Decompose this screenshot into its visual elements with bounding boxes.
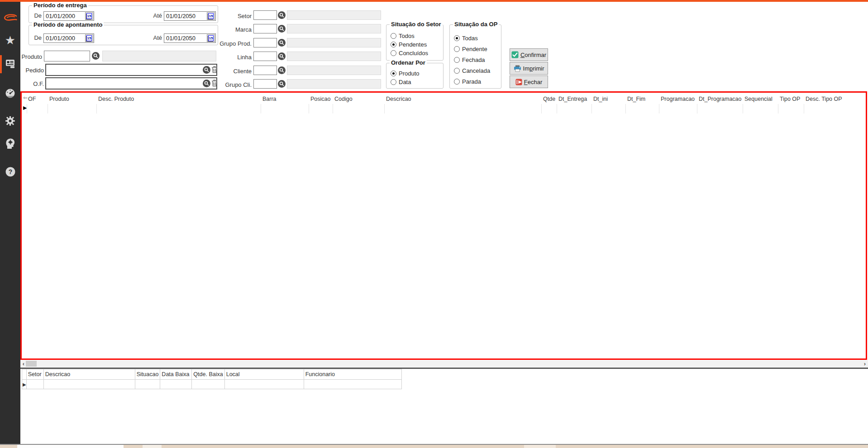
favorites-star-icon[interactable]: ★ (0, 34, 20, 46)
col-desc-produto[interactable]: Desc. Produto (98, 96, 134, 102)
radio-todos[interactable]: Todos (391, 33, 415, 39)
scroll-right-arrow[interactable]: › (862, 360, 868, 367)
col-divider (697, 104, 697, 113)
setor-label: Setor (190, 13, 252, 19)
col-sequencial[interactable]: Sequencial (744, 96, 773, 102)
radio-circle[interactable] (454, 79, 460, 85)
col-divider (333, 104, 333, 113)
radio-circle[interactable] (391, 33, 396, 39)
grupo-prod-search-icon[interactable] (278, 39, 286, 47)
col-posicao[interactable]: Posicao (310, 96, 330, 102)
col-qtde-baixa[interactable]: Qtde. Baixa (192, 369, 224, 380)
marca-input[interactable] (253, 24, 277, 33)
col-qtde[interactable]: Qtde (543, 96, 555, 102)
col-setor[interactable]: Setor (26, 369, 43, 380)
col-dt-programacao[interactable]: Dt_Programacao (699, 96, 742, 102)
radio-concluidos[interactable]: Concluídos (391, 50, 428, 57)
col-funcionario[interactable]: Funcionario (304, 369, 401, 380)
col-dt-entrega[interactable]: Dt_Entrega (558, 96, 587, 102)
grid-corner-glyph: ⇐ (23, 94, 28, 101)
col-dt-ini[interactable]: Dt_ini (593, 96, 608, 102)
col-programacao[interactable]: Programacao (661, 96, 695, 102)
radio-circle[interactable] (454, 46, 460, 52)
fechar-button[interactable]: Fechar (510, 75, 548, 88)
help-icon[interactable]: ? (0, 166, 20, 178)
radio-circle[interactable] (391, 42, 396, 47)
radio-todas[interactable]: Todas (454, 35, 478, 42)
cliente-input[interactable] (253, 66, 277, 75)
svg-text:?: ? (8, 168, 12, 175)
date-entrega-de[interactable]: 01/01/2000 15 (43, 11, 94, 21)
window-top-accent-bar (0, 0, 868, 2)
radio-ordenar-produto[interactable]: Produto (391, 70, 420, 77)
radio-pendente[interactable]: Pendente (454, 46, 487, 52)
linha-desc-field (287, 52, 381, 61)
col-produto[interactable]: Produto (49, 96, 69, 102)
col-tipo-op[interactable]: Tipo OP (780, 96, 800, 102)
radio-fechada[interactable]: Fechada (454, 57, 485, 63)
of-label: O.F. (11, 80, 44, 87)
radio-pendentes[interactable]: Pendentes (391, 41, 427, 48)
date-apontamento-de[interactable]: 01/01/2000 15 (43, 33, 94, 43)
dashboard-gauge-icon[interactable] (0, 87, 20, 99)
radio-circle[interactable] (391, 71, 396, 76)
marca-label: Marca (190, 26, 252, 33)
printer-icon (514, 65, 521, 72)
current-row-indicator: ▶ (22, 380, 27, 389)
col-barra[interactable]: Barra (262, 96, 277, 102)
radio-circle[interactable] (454, 57, 460, 63)
col-divider (557, 104, 557, 113)
group-ordenar-por: Ordenar Por Produto Data (386, 63, 444, 89)
col-divider (48, 104, 48, 113)
linha-search-icon[interactable] (278, 52, 286, 60)
button-label: Confirmar (520, 52, 546, 58)
radio-circle[interactable] (454, 35, 460, 41)
assistant-head-gear-icon[interactable] (0, 137, 20, 149)
cliente-search-icon[interactable] (278, 66, 286, 74)
col-local[interactable]: Local (224, 369, 304, 380)
col-divider (804, 104, 804, 113)
imprimir-button[interactable]: Imprimir (510, 62, 548, 75)
group-situacao-op: Situação da OP Todas Pendente Fechada Ca… (449, 24, 501, 89)
marca-search-icon[interactable] (278, 25, 286, 33)
horizontal-scrollbar[interactable]: ‹ › (20, 360, 868, 367)
col-divider (96, 104, 97, 113)
radio-circle[interactable] (391, 50, 396, 56)
radio-parada[interactable]: Parada (454, 78, 481, 85)
col-descricao[interactable]: Descricao (386, 96, 411, 102)
grupo-cli-desc-field (287, 79, 381, 89)
group-situacao-setor: Situação do Setor Todos Pendentes Conclu… (386, 24, 444, 61)
col-data-baixa[interactable]: Data Baixa (160, 369, 192, 380)
ate-label: Até (140, 12, 162, 19)
confirmar-button[interactable]: Confirmar (510, 48, 548, 61)
col-divider (778, 104, 778, 113)
grupo-cli-input[interactable] (253, 79, 277, 89)
grupo-prod-desc-field (287, 38, 381, 47)
produto-search-icon[interactable] (92, 52, 100, 60)
radio-ordenar-data[interactable]: Data (391, 79, 411, 85)
produto-input[interactable] (44, 51, 90, 61)
linha-input[interactable] (253, 52, 277, 61)
col-desc-tipo-op[interactable]: Desc. Tipo OP (806, 96, 842, 102)
setor-search-icon[interactable] (278, 11, 286, 19)
radio-cancelada[interactable]: Cancelada (454, 67, 490, 74)
col-dt-fim[interactable]: Dt_Fim (627, 96, 645, 102)
col-of[interactable]: OF (28, 96, 36, 102)
setor-input[interactable] (253, 10, 277, 20)
taskbar-peek (0, 445, 868, 448)
radio-circle[interactable] (391, 79, 396, 85)
radio-circle[interactable] (454, 68, 460, 74)
marca-desc-field (287, 24, 381, 33)
scroll-thumb[interactable] (26, 361, 37, 367)
settings-gear-icon[interactable] (0, 115, 20, 127)
col-divider (625, 104, 626, 113)
grupo-cli-search-icon[interactable] (278, 80, 286, 88)
produto-label: Produto (9, 53, 42, 60)
grupo-prod-input[interactable] (253, 38, 277, 47)
calendar-button[interactable]: 15 (85, 12, 93, 20)
col-codigo[interactable]: Codigo (334, 96, 353, 102)
col-situacao[interactable]: Situacao (135, 369, 160, 380)
calendar-button[interactable]: 15 (85, 34, 93, 42)
group-title: Período de apontamento (32, 21, 104, 28)
col-descricao[interactable]: Descricao (43, 369, 135, 380)
